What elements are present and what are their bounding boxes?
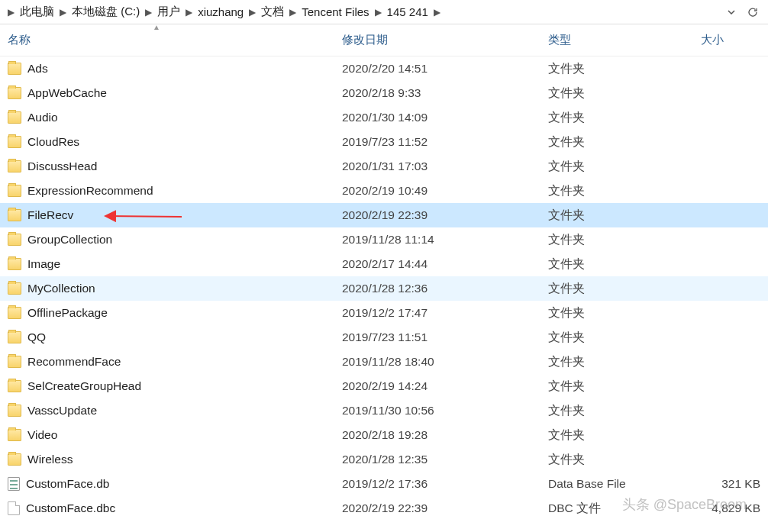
cell-type: 文件夹 (542, 110, 695, 126)
list-item[interactable]: AppWebCache2020/2/18 9:33文件夹 (0, 81, 768, 105)
cell-date: 2020/1/30 14:09 (336, 111, 542, 124)
item-name: Video (27, 428, 57, 442)
cell-name: RecommendFace (0, 355, 336, 369)
breadcrumb-item[interactable]: 145 241▶ (385, 4, 442, 20)
item-name: DiscussHead (27, 160, 97, 173)
column-name[interactable]: 名称 (0, 24, 336, 56)
list-item[interactable]: ExpressionRecommend2020/2/19 10:49文件夹 (0, 179, 768, 203)
cell-type: 文件夹 (542, 134, 695, 150)
chevron-right-icon[interactable]: ▶ (432, 7, 442, 18)
cell-date: 2019/12/2 17:47 (336, 306, 542, 320)
list-item[interactable]: FileRecv2020/2/19 22:39文件夹 (0, 203, 768, 227)
cell-name: Video (0, 428, 336, 442)
item-name: Wireless (27, 453, 73, 466)
item-name: Image (27, 257, 60, 271)
breadcrumb-label[interactable]: 145 241 (385, 4, 431, 20)
cell-date: 2020/2/18 9:33 (336, 86, 542, 100)
cell-name: GroupCollection (0, 233, 336, 247)
list-item[interactable]: Image2020/2/17 14:44文件夹 (0, 252, 768, 276)
item-name: RecommendFace (27, 355, 121, 369)
list-item[interactable]: CustomFace.dbc2020/2/19 22:39DBC 文件4,829… (0, 496, 768, 521)
cell-name: Wireless (0, 453, 336, 466)
list-item[interactable]: Audio2020/1/30 14:09文件夹 (0, 105, 768, 130)
folder-icon (8, 234, 21, 246)
folder-icon (8, 136, 21, 148)
breadcrumb-label[interactable]: 此电脑 (18, 3, 56, 21)
cell-type: 文件夹 (542, 85, 695, 102)
breadcrumb-item[interactable]: 用户▶ (155, 3, 194, 21)
file-icon (8, 501, 20, 515)
breadcrumb-label[interactable]: Tencent Files (299, 4, 371, 20)
cell-date: 2019/7/23 11:51 (336, 330, 542, 344)
list-item[interactable]: RecommendFace2019/11/28 18:40文件夹 (0, 350, 768, 374)
breadcrumb-label[interactable]: 本地磁盘 (C:) (69, 3, 142, 21)
item-name: QQ (27, 330, 46, 344)
breadcrumb-item[interactable]: 此电脑▶ (18, 3, 68, 21)
database-file-icon (8, 477, 20, 491)
chevron-right-icon[interactable]: ▶ (373, 7, 383, 18)
chevron-right-icon[interactable]: ▶ (144, 7, 153, 18)
file-list: Ads2020/2/20 14:51文件夹AppWebCache2020/2/1… (0, 56, 768, 521)
column-type[interactable]: 类型 (542, 24, 695, 56)
cell-type: DBC 文件 (542, 501, 695, 517)
breadcrumb-label[interactable]: xiuzhang (195, 4, 246, 20)
cell-name: FileRecv (0, 208, 336, 222)
folder-icon (8, 282, 21, 295)
folder-icon (8, 405, 21, 417)
address-bar: ▶ 此电脑▶本地磁盘 (C:)▶用户▶xiuzhang▶文档▶Tencent F… (0, 0, 768, 24)
cell-type: 文件夹 (542, 403, 695, 419)
folder-icon (8, 111, 21, 124)
annotation-arrow-icon (99, 210, 183, 222)
cell-date: 2020/2/19 22:39 (336, 501, 542, 515)
dropdown-button[interactable] (722, 3, 741, 21)
item-name: Ads (27, 62, 48, 76)
list-item[interactable]: DiscussHead2020/1/31 17:03文件夹 (0, 154, 768, 179)
cell-date: 2019/11/30 10:56 (336, 404, 542, 418)
list-item[interactable]: Video2020/2/18 19:28文件夹 (0, 423, 768, 447)
chevron-right-icon[interactable]: ▶ (247, 7, 257, 18)
list-item[interactable]: QQ2019/7/23 11:51文件夹 (0, 325, 768, 350)
breadcrumb: ▶ 此电脑▶本地磁盘 (C:)▶用户▶xiuzhang▶文档▶Tencent F… (2, 3, 722, 21)
folder-icon (8, 209, 21, 221)
refresh-button[interactable] (744, 3, 762, 21)
item-name: Audio (27, 111, 58, 124)
list-item[interactable]: CloudRes2019/7/23 11:52文件夹 (0, 130, 768, 154)
column-size[interactable]: 大小 (695, 24, 768, 56)
list-item[interactable]: Ads2020/2/20 14:51文件夹 (0, 56, 768, 81)
cell-name: Audio (0, 111, 336, 124)
chevron-right-icon[interactable]: ▶ (288, 7, 298, 18)
breadcrumb-item[interactable]: 文档▶ (259, 3, 298, 21)
cell-name: Image (0, 257, 336, 271)
list-item[interactable]: VasscUpdate2019/11/30 10:56文件夹 (0, 398, 768, 423)
breadcrumb-label[interactable]: 文档 (259, 3, 286, 21)
list-item[interactable]: MyCollection2020/1/28 12:36文件夹 (0, 276, 768, 301)
list-item[interactable]: SelCreateGroupHead2020/2/19 14:24文件夹 (0, 374, 768, 398)
chevron-right-icon[interactable]: ▶ (184, 7, 194, 18)
cell-size: 4,829 KB (695, 501, 768, 515)
cell-name: OfflinePackage (0, 306, 336, 320)
address-controls (722, 3, 766, 21)
list-item[interactable]: CustomFace.db2019/12/2 17:36Data Base Fi… (0, 472, 768, 496)
folder-icon (8, 63, 21, 75)
cell-date: 2020/2/19 14:24 (336, 379, 542, 393)
breadcrumb-item[interactable]: Tencent Files▶ (299, 4, 382, 20)
folder-icon (8, 185, 21, 197)
folder-icon (8, 331, 21, 343)
column-date[interactable]: 修改日期 (336, 24, 542, 56)
breadcrumb-label[interactable]: 用户 (155, 3, 182, 21)
cell-name: CustomFace.dbc (0, 501, 336, 515)
list-item[interactable]: OfflinePackage2019/12/2 17:47文件夹 (0, 301, 768, 325)
list-item[interactable]: GroupCollection2019/11/28 11:14文件夹 (0, 227, 768, 252)
chevron-right-icon[interactable]: ▶ (6, 7, 16, 18)
cell-name: AppWebCache (0, 86, 336, 100)
breadcrumb-item[interactable]: xiuzhang▶ (195, 4, 257, 20)
column-headers: 名称 修改日期 类型 大小 (0, 24, 768, 56)
item-name: SelCreateGroupHead (27, 379, 141, 393)
chevron-right-icon[interactable]: ▶ (58, 7, 68, 18)
breadcrumb-item[interactable]: 本地磁盘 (C:)▶ (69, 3, 153, 21)
item-name: VasscUpdate (27, 404, 97, 418)
cell-type: 文件夹 (542, 427, 695, 443)
cell-name: CustomFace.db (0, 477, 336, 491)
list-item[interactable]: Wireless2020/1/28 12:35文件夹 (0, 447, 768, 472)
cell-name: QQ (0, 330, 336, 344)
